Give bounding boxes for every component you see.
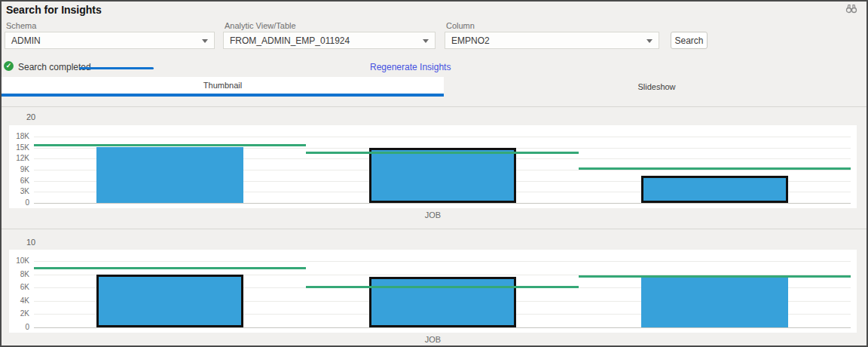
- y-tick-label: 0: [9, 198, 29, 207]
- y-tick-label: 6K: [9, 283, 29, 291]
- gridline: [34, 327, 851, 328]
- column-label: Column: [446, 21, 475, 30]
- bar[interactable]: [96, 147, 243, 203]
- y-tick-label: 18K: [9, 132, 29, 140]
- chart-xaxis-label: JOB: [9, 335, 857, 344]
- success-check-icon: ✓: [4, 61, 14, 71]
- baseline-line: [34, 267, 306, 269]
- analytic-view-label: Analytic View/Table: [225, 21, 296, 30]
- search-button[interactable]: Search: [671, 32, 708, 49]
- tab-thumbnail[interactable]: Thumbnail: [2, 77, 444, 97]
- y-tick-label: 8K: [9, 270, 29, 278]
- baseline-line: [306, 152, 578, 154]
- schema-label: Schema: [6, 21, 36, 30]
- divider: [2, 106, 868, 107]
- y-tick-label: 15K: [9, 143, 29, 152]
- bar[interactable]: [641, 277, 788, 327]
- chevron-down-icon: [646, 39, 653, 43]
- gridline: [34, 137, 851, 137]
- y-tick-label: 2K: [9, 309, 29, 318]
- y-tick-label: 3K: [9, 187, 29, 195]
- chevron-down-icon: [202, 39, 208, 43]
- schema-select-value: ADMIN: [11, 35, 41, 46]
- bar[interactable]: [641, 176, 788, 203]
- bar[interactable]: [369, 277, 516, 327]
- baseline-line: [34, 144, 306, 146]
- regenerate-insights-link[interactable]: Regenerate Insights: [370, 62, 451, 72]
- chevron-down-icon: [423, 39, 429, 43]
- y-tick-label: 12K: [9, 154, 29, 162]
- gridline: [34, 261, 851, 262]
- chart-group-label-10: 10: [26, 238, 35, 247]
- y-tick-label: 10K: [9, 256, 29, 265]
- tab-thumbnail-label: Thumbnail: [203, 81, 242, 90]
- baseline-line: [306, 286, 578, 288]
- tab-slideshow[interactable]: Slideshow: [444, 77, 868, 97]
- chart-group-label-20: 20: [26, 112, 35, 121]
- y-tick-label: 9K: [9, 165, 29, 174]
- progress-line: [79, 67, 154, 69]
- binoculars-icon[interactable]: [845, 4, 857, 14]
- bar[interactable]: [369, 148, 516, 203]
- column-select[interactable]: EMPNO2: [445, 32, 659, 49]
- chart-thumbnail-20[interactable]: 18K15K12K9K6K3K0: [9, 125, 857, 208]
- bar[interactable]: [96, 275, 243, 327]
- search-for-insights-panel: Search for Insights Schema Analytic View…: [0, 0, 868, 347]
- tab-slideshow-label: Slideshow: [637, 82, 675, 91]
- baseline-line: [579, 275, 851, 278]
- analytic-view-select-value: FROM_ADMIN_EMP_011924: [230, 35, 350, 46]
- chart-thumbnail-10[interactable]: 10K8K6K4K2K0: [9, 250, 857, 333]
- schema-select[interactable]: ADMIN: [5, 32, 215, 49]
- y-tick-label: 0: [9, 323, 29, 331]
- column-select-value: EMPNO2: [451, 35, 490, 46]
- chart-xaxis-label: JOB: [9, 210, 857, 220]
- divider: [2, 229, 868, 229]
- y-tick-label: 4K: [9, 296, 29, 305]
- y-tick-label: 6K: [9, 177, 29, 185]
- analytic-view-select[interactable]: FROM_ADMIN_EMP_011924: [223, 32, 436, 49]
- gridline: [34, 203, 851, 204]
- page-title: Search for Insights: [6, 4, 102, 16]
- baseline-line: [579, 167, 851, 170]
